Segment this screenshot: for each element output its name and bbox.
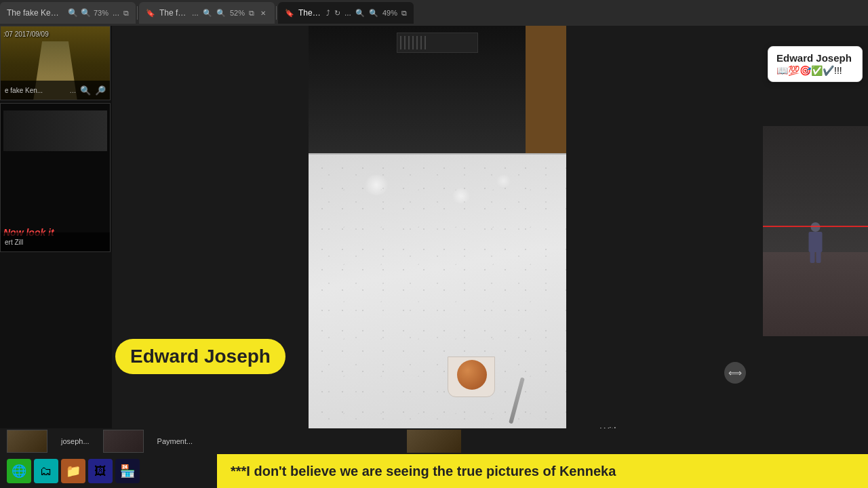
restore-icon[interactable]: ⧉ xyxy=(123,9,129,18)
restore-2-icon[interactable]: ⧉ xyxy=(249,9,254,18)
tab-2-zoom: 52% xyxy=(230,9,245,17)
ej-overlay-text: Edward Joseph xyxy=(130,346,271,367)
vent-lines xyxy=(397,33,477,52)
person-body xyxy=(809,232,823,252)
ej-card-emojis: 📖💯🎯✅✔️!!! xyxy=(776,65,854,76)
surveillance-video[interactable] xyxy=(763,126,868,336)
tab-separator-1 xyxy=(137,6,138,20)
bottom-info-bar: joseph... Payment... xyxy=(0,428,868,454)
counter-scene xyxy=(309,26,566,451)
tab-1-title: The fake Kenneka walking u... xyxy=(7,8,61,18)
tab-3[interactable]: 🔖 The fake Kenneka walking t... ⤴ ↻ ... … xyxy=(278,2,414,24)
video-timestamp: :07 2017/09/09 xyxy=(3,30,49,38)
payment-label: Payment... xyxy=(157,437,193,445)
ticker-bar: ***I don't believe we are seeing the tru… xyxy=(217,454,868,488)
person-leg-right xyxy=(816,252,821,263)
bottom-center-thumb[interactable] xyxy=(407,430,461,453)
cup xyxy=(448,357,495,397)
tab-3-zoom: 49% xyxy=(382,9,397,17)
left-panel: :07 2017/09/09 e fake Ken... ... 🔍 🔎 Now… xyxy=(0,26,112,432)
person-legs xyxy=(807,252,824,263)
vent-line-6 xyxy=(420,36,422,49)
cup-container xyxy=(444,336,498,397)
tab-1-zoom: 73% xyxy=(94,9,108,17)
vent-line-3 xyxy=(408,36,410,49)
taskbar-icon-browser[interactable]: 🌐 xyxy=(7,459,31,483)
tab-2-title: The fake Ken... xyxy=(159,8,188,18)
thumb-hallway[interactable]: :07 2017/09/09 e fake Ken... ... 🔍 🔎 xyxy=(0,26,111,100)
ej-overlay: Edward Joseph xyxy=(115,339,285,374)
counter-speckles xyxy=(309,155,566,451)
tab-3-zoom-out[interactable]: 🔍 xyxy=(355,9,365,18)
vent-grille xyxy=(397,33,478,53)
taskbar-icon-store[interactable]: 🏪 xyxy=(115,459,140,483)
thumb-1-title: e fake Ken... xyxy=(5,87,66,94)
share-icon[interactable]: ⤴ xyxy=(326,9,330,17)
taskbar-icon-folder[interactable]: 🗂 xyxy=(34,459,58,483)
surv-person xyxy=(807,222,824,263)
vent-line-5 xyxy=(416,36,418,49)
tab-bar: The fake Kenneka walking u... 🔍 🔍 73% ..… xyxy=(0,0,868,26)
tab-2-zoom-out[interactable]: 🔍 xyxy=(203,9,212,18)
vent-bg xyxy=(309,26,566,153)
bottom-thumb-img-2 xyxy=(104,430,143,452)
thumb-1-controls: e fake Ken... ... 🔍 🔎 xyxy=(1,81,110,100)
surv-scene xyxy=(763,126,868,336)
ticker-text: ***I don't believe we are seeing the tru… xyxy=(217,464,616,479)
tab-3-zoom-in[interactable]: 🔍 xyxy=(369,9,378,18)
tab-3-more[interactable]: ... xyxy=(344,8,351,18)
counter-surface xyxy=(309,153,566,451)
thumb-now-look[interactable]: Now look it ert Zill xyxy=(0,103,111,252)
tab-1[interactable]: The fake Kenneka walking u... 🔍 🔍 73% ..… xyxy=(0,2,136,24)
vent-line-2 xyxy=(404,36,406,49)
surv-floor xyxy=(763,252,868,336)
bookmark-2-icon: 🔖 xyxy=(285,9,294,18)
restore-3-icon[interactable]: ⧉ xyxy=(401,9,407,18)
taskbar-icon-group: 🌐 🗂 📁 🖼 🏪 xyxy=(0,454,217,488)
main-video xyxy=(309,26,566,451)
vent-line-7 xyxy=(425,36,426,49)
tab-2[interactable]: 🔖 The fake Ken... ... 🔍 🔍 52% ⧉ ✕ xyxy=(139,2,275,24)
refresh-icon[interactable]: ↻ xyxy=(334,9,340,18)
thumb-2-title: ert Zill xyxy=(5,239,106,246)
cookie-ball xyxy=(457,360,487,390)
taskbar-icon-files[interactable]: 📁 xyxy=(61,459,85,483)
tab-2-close[interactable]: ✕ xyxy=(258,8,268,18)
tab-2-more[interactable]: ... xyxy=(192,8,199,18)
tab-2-zoom-in[interactable]: 🔍 xyxy=(216,9,226,18)
bottom-thumb-img-1 xyxy=(7,430,47,452)
dark-left-area xyxy=(112,26,309,451)
vent-area xyxy=(309,26,566,153)
taskbar: 🌐 🗂 📁 🖼 🏪 ***I don't believe we are seei… xyxy=(0,454,868,488)
zoom-in-icon[interactable]: 🔍 xyxy=(81,8,91,18)
tab-3-title: The fake Kenneka walking t... xyxy=(298,8,322,18)
wall-panel xyxy=(526,26,566,153)
thumb-1-zoom-out[interactable]: 🔍 xyxy=(80,85,91,96)
tab-separator-2 xyxy=(276,6,277,20)
person-leg-left xyxy=(810,252,815,263)
bottom-thumb-1[interactable] xyxy=(7,430,47,453)
dark-right-area: With ⟺ xyxy=(566,26,760,451)
vent-line-1 xyxy=(400,36,401,49)
ej-card-name: Edward Joseph xyxy=(776,52,854,64)
thumb-1-zoom-in[interactable]: 🔎 xyxy=(95,85,106,96)
bookmark-icon: 🔖 xyxy=(146,9,155,18)
taskbar-icon-image[interactable]: 🖼 xyxy=(88,459,113,483)
vent-line-4 xyxy=(412,36,414,49)
tab-1-icons: 🔍 🔍 73% xyxy=(68,8,108,18)
ej-card: Edward Joseph 📖💯🎯✅✔️!!! xyxy=(768,46,863,82)
main-area: :07 2017/09/09 e fake Ken... ... 🔍 🔎 Now… xyxy=(0,26,868,488)
scroll-icon[interactable]: ⟺ xyxy=(724,362,746,384)
tab-1-more[interactable]: ... xyxy=(113,8,119,18)
thumb-2-controls: ert Zill xyxy=(1,232,110,251)
zoom-out-icon[interactable]: 🔍 xyxy=(68,8,78,18)
detection-line xyxy=(763,226,868,227)
dark-strip xyxy=(3,110,107,151)
thumb-1-more[interactable]: ... xyxy=(70,86,76,94)
joseph-label: joseph... xyxy=(61,437,90,445)
bottom-thumb-2[interactable] xyxy=(103,430,144,453)
